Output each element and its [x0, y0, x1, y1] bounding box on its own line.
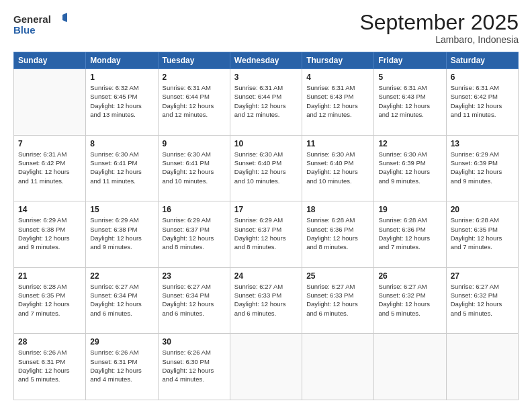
calendar-cell: 16Sunrise: 6:29 AM Sunset: 6:37 PM Dayli… — [158, 201, 230, 268]
day-number: 27 — [451, 271, 514, 281]
week-row-5: 28Sunrise: 6:26 AM Sunset: 6:31 PM Dayli… — [14, 334, 519, 400]
day-number: 12 — [378, 139, 441, 148]
day-number: 20 — [451, 205, 514, 214]
calendar-cell: 12Sunrise: 6:30 AM Sunset: 6:39 PM Dayli… — [374, 135, 446, 201]
calendar-cell: 27Sunrise: 6:27 AM Sunset: 6:32 PM Dayli… — [446, 267, 518, 334]
svg-text:Blue: Blue — [13, 24, 36, 36]
day-number: 6 — [451, 73, 514, 82]
calendar-cell: 20Sunrise: 6:28 AM Sunset: 6:35 PM Dayli… — [446, 201, 518, 268]
day-info: Sunrise: 6:28 AM Sunset: 6:36 PM Dayligh… — [378, 216, 441, 251]
day-info: Sunrise: 6:31 AM Sunset: 6:42 PM Dayligh… — [18, 150, 81, 185]
calendar-cell — [14, 69, 86, 136]
page: General Blue September 2025 Lambaro, Ind… — [0, 0, 532, 411]
header-sunday: Sunday — [14, 52, 86, 69]
day-info: Sunrise: 6:30 AM Sunset: 6:40 PM Dayligh… — [306, 150, 369, 185]
calendar-table: SundayMondayTuesdayWednesdayThursdayFrid… — [13, 52, 519, 400]
calendar-cell: 29Sunrise: 6:26 AM Sunset: 6:31 PM Dayli… — [86, 334, 158, 400]
day-info: Sunrise: 6:26 AM Sunset: 6:30 PM Dayligh… — [163, 348, 226, 383]
day-info: Sunrise: 6:28 AM Sunset: 6:35 PM Dayligh… — [451, 216, 514, 251]
calendar-cell — [446, 334, 518, 400]
calendar-cell: 14Sunrise: 6:29 AM Sunset: 6:38 PM Dayli… — [14, 201, 86, 268]
calendar-cell: 22Sunrise: 6:27 AM Sunset: 6:34 PM Dayli… — [86, 267, 158, 334]
day-info: Sunrise: 6:28 AM Sunset: 6:35 PM Dayligh… — [18, 282, 81, 318]
calendar-cell: 13Sunrise: 6:29 AM Sunset: 6:39 PM Dayli… — [446, 135, 518, 201]
day-info: Sunrise: 6:29 AM Sunset: 6:39 PM Dayligh… — [451, 150, 514, 185]
day-number: 30 — [163, 337, 226, 347]
week-row-2: 7Sunrise: 6:31 AM Sunset: 6:42 PM Daylig… — [14, 135, 519, 201]
calendar-cell: 28Sunrise: 6:26 AM Sunset: 6:31 PM Dayli… — [14, 334, 86, 400]
header-friday: Friday — [374, 52, 446, 69]
day-info: Sunrise: 6:32 AM Sunset: 6:45 PM Dayligh… — [90, 83, 153, 119]
title-block: September 2025 Lambaro, Indonesia — [359, 11, 519, 45]
day-number: 5 — [378, 73, 441, 82]
day-info: Sunrise: 6:31 AM Sunset: 6:43 PM Dayligh… — [378, 83, 441, 119]
calendar-cell: 18Sunrise: 6:28 AM Sunset: 6:36 PM Dayli… — [302, 201, 374, 268]
day-info: Sunrise: 6:29 AM Sunset: 6:37 PM Dayligh… — [234, 216, 298, 251]
calendar-cell: 15Sunrise: 6:29 AM Sunset: 6:38 PM Dayli… — [86, 201, 158, 268]
calendar-cell: 24Sunrise: 6:27 AM Sunset: 6:33 PM Dayli… — [230, 267, 302, 334]
day-info: Sunrise: 6:27 AM Sunset: 6:33 PM Dayligh… — [234, 282, 298, 318]
day-number: 1 — [90, 73, 153, 82]
day-info: Sunrise: 6:31 AM Sunset: 6:44 PM Dayligh… — [163, 83, 226, 119]
day-number: 10 — [234, 139, 298, 148]
header-monday: Monday — [86, 52, 158, 69]
calendar-cell: 7Sunrise: 6:31 AM Sunset: 6:42 PM Daylig… — [14, 135, 86, 201]
calendar-cell: 17Sunrise: 6:29 AM Sunset: 6:37 PM Dayli… — [230, 201, 302, 268]
header-saturday: Saturday — [446, 52, 518, 69]
week-row-3: 14Sunrise: 6:29 AM Sunset: 6:38 PM Dayli… — [14, 201, 519, 268]
calendar-cell: 23Sunrise: 6:27 AM Sunset: 6:34 PM Dayli… — [158, 267, 230, 334]
calendar-cell — [374, 334, 446, 400]
calendar-cell: 21Sunrise: 6:28 AM Sunset: 6:35 PM Dayli… — [14, 267, 86, 334]
day-number: 28 — [18, 337, 81, 347]
day-number: 2 — [163, 73, 226, 82]
header: General Blue September 2025 Lambaro, Ind… — [13, 11, 519, 45]
week-row-1: 1Sunrise: 6:32 AM Sunset: 6:45 PM Daylig… — [14, 69, 519, 136]
calendar-cell: 11Sunrise: 6:30 AM Sunset: 6:40 PM Dayli… — [302, 135, 374, 201]
day-info: Sunrise: 6:27 AM Sunset: 6:33 PM Dayligh… — [306, 282, 369, 318]
day-info: Sunrise: 6:31 AM Sunset: 6:43 PM Dayligh… — [306, 83, 369, 119]
calendar-cell: 3Sunrise: 6:31 AM Sunset: 6:44 PM Daylig… — [230, 69, 302, 136]
day-number: 11 — [306, 139, 369, 148]
day-number: 4 — [306, 73, 369, 82]
calendar-cell: 8Sunrise: 6:30 AM Sunset: 6:41 PM Daylig… — [86, 135, 158, 201]
day-number: 14 — [18, 205, 81, 214]
calendar-cell — [230, 334, 302, 400]
day-number: 7 — [18, 139, 81, 148]
day-number: 19 — [378, 205, 441, 214]
month-title: September 2025 — [359, 11, 519, 34]
calendar-cell: 10Sunrise: 6:30 AM Sunset: 6:40 PM Dayli… — [230, 135, 302, 201]
day-number: 18 — [306, 205, 369, 214]
day-number: 24 — [234, 271, 298, 281]
calendar-cell: 25Sunrise: 6:27 AM Sunset: 6:33 PM Dayli… — [302, 267, 374, 334]
day-info: Sunrise: 6:30 AM Sunset: 6:41 PM Dayligh… — [90, 150, 153, 185]
day-number: 25 — [306, 271, 369, 281]
day-number: 15 — [90, 205, 153, 214]
day-number: 8 — [90, 139, 153, 148]
day-number: 21 — [18, 271, 81, 281]
day-info: Sunrise: 6:26 AM Sunset: 6:31 PM Dayligh… — [18, 348, 81, 383]
calendar-header-row: SundayMondayTuesdayWednesdayThursdayFrid… — [14, 52, 519, 69]
day-info: Sunrise: 6:30 AM Sunset: 6:41 PM Dayligh… — [163, 150, 226, 185]
day-info: Sunrise: 6:28 AM Sunset: 6:36 PM Dayligh… — [306, 216, 369, 251]
header-thursday: Thursday — [302, 52, 374, 69]
day-info: Sunrise: 6:29 AM Sunset: 6:38 PM Dayligh… — [18, 216, 81, 251]
day-info: Sunrise: 6:26 AM Sunset: 6:31 PM Dayligh… — [90, 348, 153, 383]
svg-text:General: General — [13, 13, 51, 25]
logo-svg: General Blue — [13, 11, 67, 38]
calendar-cell: 4Sunrise: 6:31 AM Sunset: 6:43 PM Daylig… — [302, 69, 374, 136]
day-number: 16 — [163, 205, 226, 214]
day-info: Sunrise: 6:30 AM Sunset: 6:40 PM Dayligh… — [234, 150, 298, 185]
day-info: Sunrise: 6:29 AM Sunset: 6:37 PM Dayligh… — [163, 216, 226, 251]
day-number: 23 — [163, 271, 226, 281]
logo: General Blue — [13, 11, 67, 38]
day-number: 13 — [451, 139, 514, 148]
calendar-cell: 1Sunrise: 6:32 AM Sunset: 6:45 PM Daylig… — [86, 69, 158, 136]
day-info: Sunrise: 6:29 AM Sunset: 6:38 PM Dayligh… — [90, 216, 153, 251]
day-number: 3 — [234, 73, 298, 82]
day-info: Sunrise: 6:27 AM Sunset: 6:34 PM Dayligh… — [90, 282, 153, 318]
calendar-cell: 19Sunrise: 6:28 AM Sunset: 6:36 PM Dayli… — [374, 201, 446, 268]
day-info: Sunrise: 6:31 AM Sunset: 6:44 PM Dayligh… — [234, 83, 298, 119]
day-info: Sunrise: 6:31 AM Sunset: 6:42 PM Dayligh… — [451, 83, 514, 119]
day-info: Sunrise: 6:27 AM Sunset: 6:32 PM Dayligh… — [378, 282, 441, 318]
calendar-cell: 9Sunrise: 6:30 AM Sunset: 6:41 PM Daylig… — [158, 135, 230, 201]
